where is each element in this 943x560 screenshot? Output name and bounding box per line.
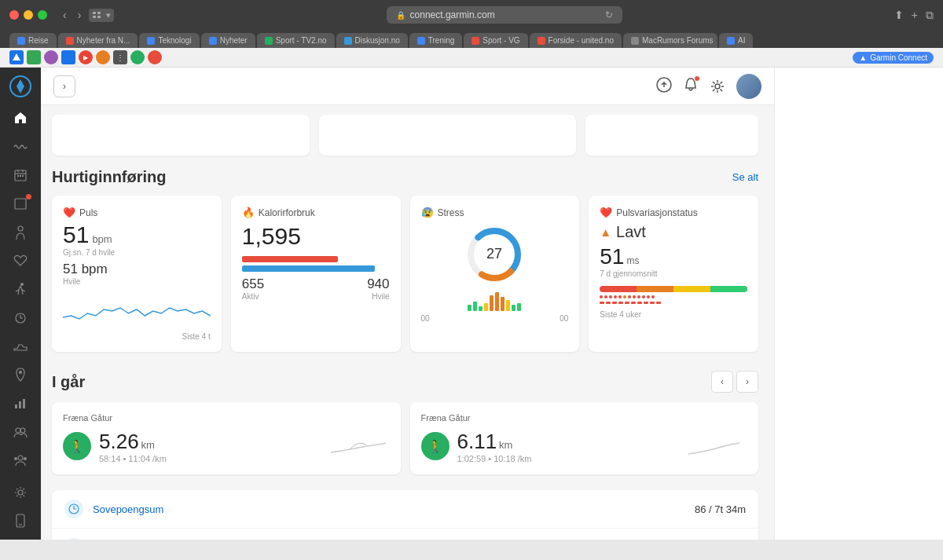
sidebar-item-home[interactable] [6, 105, 35, 130]
svg-point-26 [14, 457, 17, 460]
traffic-light-close[interactable] [9, 10, 19, 20]
back-button[interactable]: ‹ [60, 7, 70, 23]
settings-icon[interactable] [710, 79, 725, 94]
sidebar-item-calendar[interactable] [6, 163, 35, 188]
list-item-body-battery[interactable]: Body Battery +68 / -66 [52, 529, 758, 540]
sidebar-item-group[interactable] [6, 448, 35, 473]
ext-icon-8[interactable] [130, 50, 145, 64]
sidebar-item-community[interactable] [6, 419, 35, 445]
share-icon[interactable]: ⬆ [894, 9, 904, 22]
sidebar-item-run[interactable] [6, 276, 35, 302]
garmin-logo[interactable] [6, 74, 35, 99]
tab-diskusjon[interactable]: Diskusjon.no [336, 33, 408, 48]
tab-ai[interactable]: AI [719, 33, 753, 48]
hrv-dash [631, 302, 636, 304]
sidebar-item-heart[interactable] [6, 248, 35, 273]
ext-icon-6[interactable] [96, 50, 110, 64]
tab-sport-tv2[interactable]: Sport - TV2.no [257, 33, 335, 48]
ext-icon-4[interactable] [61, 50, 75, 64]
ext-icon-7[interactable]: ⋮ [113, 50, 127, 64]
tab-macrumors[interactable]: MacRumors Forums [623, 33, 717, 48]
sovepoengsum-icon [64, 500, 83, 518]
stress-card-header: 😰 Stress [421, 207, 569, 218]
sidebar-item-activity[interactable] [6, 220, 35, 245]
stress-bar-9 [512, 305, 516, 311]
ext-icon-2[interactable] [27, 50, 41, 64]
activity2-unit: km [499, 439, 512, 451]
tab-united[interactable]: Forside - united.no [530, 33, 622, 48]
hrv-value: 51 [600, 244, 624, 269]
stub-card-right [585, 115, 758, 156]
user-avatar[interactable] [736, 74, 761, 99]
hrv-dash [644, 302, 648, 304]
bottom-list: Sovepoengsum 86 / 7t 34m Body Battery +6… [52, 490, 758, 540]
tab-trening[interactable]: Trening [409, 33, 463, 48]
sidebar-item-location[interactable] [6, 362, 35, 387]
activity2-meta: 1:02:59 • 10:18 /km [457, 454, 532, 463]
add-tab-icon[interactable]: + [912, 9, 918, 22]
tab-sport-vg[interactable]: Sport - VG [464, 33, 527, 48]
tab-icon-macrumors [631, 37, 639, 45]
tab-reise[interactable]: Reise [9, 33, 57, 48]
activity1-stats: 5.26 km 58:14 • 11:04 /km [99, 430, 167, 463]
hrv-bar-orange [637, 286, 673, 292]
tab-nyheter[interactable]: Nyheter [201, 33, 255, 48]
hrv-unit: ms [626, 255, 639, 266]
hrv-dot [651, 295, 655, 298]
sidebar-item-charts[interactable] [6, 390, 35, 415]
traffic-light-fullscreen[interactable] [38, 10, 47, 20]
hrv-footer: Siste 4 uker [600, 310, 747, 319]
tab-vg1[interactable]: Nyheter fra N... [58, 33, 138, 48]
stress-bar-4 [484, 303, 488, 311]
header-right [656, 74, 761, 99]
activity-card-2[interactable]: Fræna Gåtur 🚶 6.11 km 1:02:59 • 10:18 /k… [410, 402, 759, 474]
traffic-light-minimize[interactable] [24, 10, 33, 20]
sidebar-item-settings[interactable] [6, 479, 35, 504]
tab-label-sport-tv2: Sport - TV2.no [276, 36, 327, 45]
ext-icon-3[interactable] [44, 50, 58, 64]
sidebar-item-clock[interactable] [6, 306, 35, 331]
sidebar-item-shoes[interactable] [6, 334, 35, 359]
list-item-sovepoengsum[interactable]: Sovepoengsum 86 / 7t 34m [52, 490, 758, 529]
metric-cards-row: ❤️ Puls 51 bpm Gj.sn. 7 d hvile 51 bpm H… [52, 196, 758, 352]
activity2-stats: 6.11 km 1:02:59 • 10:18 /km [457, 430, 532, 463]
tab-manager-icon[interactable]: ⧉ [926, 9, 934, 22]
sidebar-item-device[interactable] [6, 508, 35, 533]
activity-card-1[interactable]: Fræna Gåtur 🚶 5.26 km 58:14 • 11:04 /km [52, 402, 401, 474]
stress-donut: 27 [421, 223, 569, 286]
window-label: ▾ [106, 10, 111, 20]
url-text: connect.garmin.com [410, 9, 495, 20]
hrv-card-header: ❤️ Pulsvariasjonstatus [600, 207, 747, 218]
activity1-distance-row: 5.26 km [99, 430, 167, 454]
svg-text:27: 27 [486, 246, 502, 262]
sidebar-item-wave[interactable] [6, 134, 35, 159]
ext-icon-1[interactable] [9, 50, 24, 64]
activity-cards-row: Fræna Gåtur 🚶 5.26 km 58:14 • 11:04 /km [52, 402, 758, 474]
kalorier-card-header: 🔥 Kalorirforbruk [242, 207, 390, 218]
upload-icon[interactable] [656, 77, 672, 93]
svg-rect-21 [19, 401, 21, 408]
hrv-dash [650, 302, 655, 304]
hrv-dot-orange [623, 295, 626, 298]
hrv-dash [625, 302, 629, 304]
kalorier-bar-aktiv [242, 256, 338, 262]
hrv-sub: 7 d gjennomsnitt [600, 269, 747, 278]
sidebar-collapse-button[interactable]: › [53, 75, 75, 97]
forward-button[interactable]: › [75, 7, 85, 23]
url-bar[interactable]: 🔒 connect.garmin.com ↻ [387, 6, 622, 24]
puls-value-row: 51 bpm [63, 223, 211, 247]
window-controls[interactable]: ▾ [89, 9, 114, 22]
refresh-icon[interactable]: ↻ [605, 9, 613, 20]
sidebar-item-notifications[interactable] [6, 191, 35, 216]
puls-label2: Hvile [63, 277, 211, 286]
igar-nav-next[interactable]: › [736, 371, 758, 393]
puls-mini-chart [63, 294, 211, 332]
igar-nav-prev[interactable]: ‹ [711, 371, 733, 393]
tab-teknologi[interactable]: Teknologi [139, 33, 199, 48]
ext-icon-9[interactable] [148, 50, 162, 64]
section-link-se-alt[interactable]: Se alt [732, 171, 758, 183]
hrv-bar-yellow [673, 286, 710, 292]
hrv-status-row: ▲ Lavt [600, 223, 747, 241]
ext-icon-5[interactable]: ▶ [79, 50, 93, 64]
hrv-dot [647, 295, 650, 298]
